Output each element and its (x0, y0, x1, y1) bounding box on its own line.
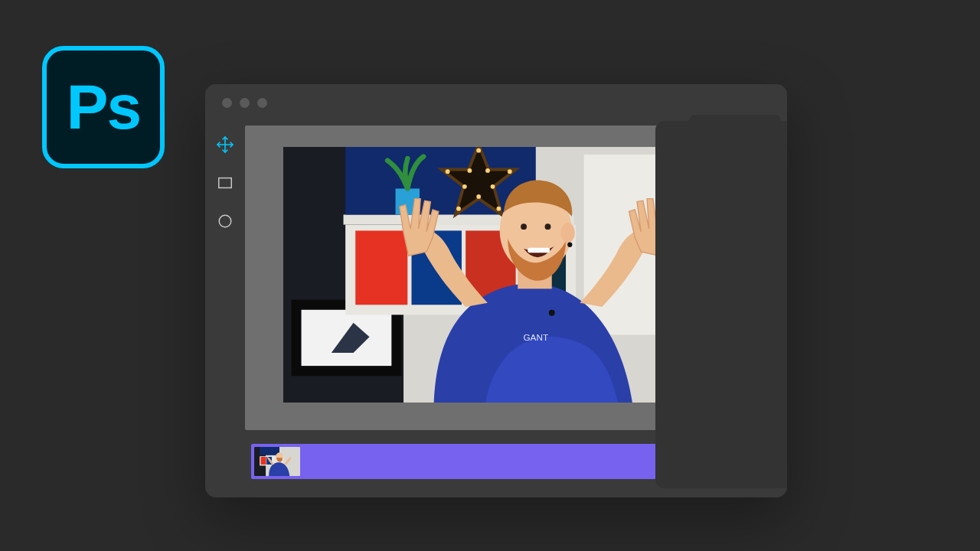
svg-rect-2 (219, 178, 232, 188)
traffic-light-close[interactable] (222, 98, 232, 108)
svg-point-30 (561, 223, 575, 243)
svg-point-31 (567, 243, 572, 247)
traffic-light-zoom[interactable] (257, 98, 267, 108)
tools-panel (205, 121, 245, 435)
svg-point-15 (491, 184, 495, 189)
svg-point-21 (468, 168, 472, 173)
traffic-light-minimize[interactable] (240, 98, 250, 108)
svg-point-12 (476, 148, 481, 153)
svg-point-17 (476, 194, 481, 199)
svg-rect-34 (528, 248, 550, 253)
svg-point-19 (462, 184, 467, 189)
move-tool-icon[interactable] (215, 135, 235, 155)
svg-point-16 (496, 207, 501, 211)
svg-point-14 (508, 169, 512, 174)
app-window: GANT (205, 84, 787, 497)
svg-point-3 (219, 215, 231, 227)
svg-point-13 (485, 168, 490, 173)
svg-point-32 (521, 223, 527, 230)
svg-rect-41 (261, 457, 266, 465)
right-panel[interactable] (655, 121, 787, 488)
svg-point-36 (549, 310, 555, 316)
svg-point-20 (446, 169, 450, 174)
svg-point-33 (545, 223, 551, 230)
right-panel-tab[interactable] (689, 115, 781, 138)
svg-point-18 (456, 207, 461, 211)
svg-rect-23 (355, 230, 407, 305)
photoshop-badge-label: Ps (67, 71, 140, 143)
rectangle-tool-icon[interactable] (215, 173, 235, 193)
timeline-clip-thumbnail (254, 447, 300, 476)
ellipse-tool-icon[interactable] (215, 211, 235, 231)
photoshop-badge: Ps (42, 46, 165, 168)
svg-rect-39 (260, 447, 279, 455)
svg-text:GANT: GANT (523, 332, 548, 342)
